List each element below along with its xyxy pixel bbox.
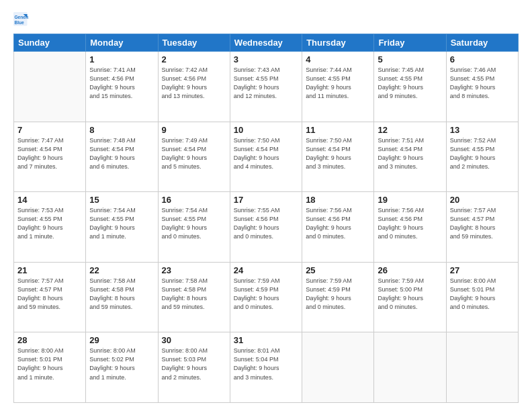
weekday-header-saturday: Saturday bbox=[446, 34, 518, 52]
day-number: 11 bbox=[306, 125, 370, 135]
day-number: 21 bbox=[17, 265, 82, 275]
day-cell: 2Sunrise: 7:42 AM Sunset: 4:56 PM Daylig… bbox=[158, 52, 230, 122]
day-cell: 22Sunrise: 7:58 AM Sunset: 4:58 PM Dayli… bbox=[86, 262, 158, 332]
day-info: Sunrise: 7:49 AM Sunset: 4:54 PM Dayligh… bbox=[162, 136, 226, 171]
day-cell: 26Sunrise: 7:59 AM Sunset: 5:00 PM Dayli… bbox=[374, 262, 446, 332]
week-row-1: 1Sunrise: 7:41 AM Sunset: 4:56 PM Daylig… bbox=[14, 52, 519, 122]
day-cell: 4Sunrise: 7:44 AM Sunset: 4:55 PM Daylig… bbox=[302, 52, 374, 122]
day-cell bbox=[446, 332, 518, 403]
day-info: Sunrise: 8:01 AM Sunset: 5:04 PM Dayligh… bbox=[234, 347, 298, 381]
day-cell: 1Sunrise: 7:41 AM Sunset: 4:56 PM Daylig… bbox=[86, 52, 158, 122]
day-cell: 11Sunrise: 7:50 AM Sunset: 4:54 PM Dayli… bbox=[302, 122, 374, 192]
day-info: Sunrise: 8:00 AM Sunset: 5:01 PM Dayligh… bbox=[450, 277, 515, 312]
day-number: 2 bbox=[162, 54, 226, 64]
day-cell: 27Sunrise: 8:00 AM Sunset: 5:01 PM Dayli… bbox=[446, 262, 518, 332]
day-number: 24 bbox=[234, 265, 298, 275]
week-row-5: 28Sunrise: 8:00 AM Sunset: 5:01 PM Dayli… bbox=[14, 332, 519, 403]
day-number: 10 bbox=[234, 125, 298, 135]
day-cell: 14Sunrise: 7:53 AM Sunset: 4:55 PM Dayli… bbox=[14, 192, 86, 263]
logo-icon: General Blue bbox=[13, 12, 28, 27]
day-info: Sunrise: 7:54 AM Sunset: 4:55 PM Dayligh… bbox=[162, 206, 226, 241]
day-number: 17 bbox=[234, 195, 298, 205]
day-info: Sunrise: 7:56 AM Sunset: 4:56 PM Dayligh… bbox=[306, 206, 370, 241]
day-cell: 30Sunrise: 8:00 AM Sunset: 5:03 PM Dayli… bbox=[158, 332, 230, 403]
day-number: 9 bbox=[162, 125, 226, 135]
day-cell: 23Sunrise: 7:58 AM Sunset: 4:58 PM Dayli… bbox=[158, 262, 230, 332]
day-number: 5 bbox=[378, 54, 442, 64]
day-number: 4 bbox=[306, 54, 370, 64]
weekday-header-wednesday: Wednesday bbox=[230, 34, 302, 52]
day-info: Sunrise: 7:51 AM Sunset: 4:54 PM Dayligh… bbox=[378, 136, 442, 171]
day-number: 16 bbox=[162, 195, 226, 205]
day-info: Sunrise: 7:57 AM Sunset: 4:57 PM Dayligh… bbox=[450, 206, 515, 241]
day-info: Sunrise: 7:56 AM Sunset: 4:56 PM Dayligh… bbox=[378, 206, 442, 241]
day-info: Sunrise: 7:58 AM Sunset: 4:58 PM Dayligh… bbox=[89, 277, 154, 312]
weekday-header-friday: Friday bbox=[374, 34, 446, 52]
day-number: 8 bbox=[89, 125, 154, 135]
day-number: 7 bbox=[17, 125, 82, 135]
day-number: 3 bbox=[234, 54, 298, 64]
day-cell: 24Sunrise: 7:59 AM Sunset: 4:59 PM Dayli… bbox=[230, 262, 302, 332]
day-cell: 6Sunrise: 7:46 AM Sunset: 4:55 PM Daylig… bbox=[446, 52, 518, 122]
day-cell: 12Sunrise: 7:51 AM Sunset: 4:54 PM Dayli… bbox=[374, 122, 446, 192]
day-number: 27 bbox=[450, 265, 515, 275]
weekday-header-thursday: Thursday bbox=[302, 34, 374, 52]
day-cell: 5Sunrise: 7:45 AM Sunset: 4:55 PM Daylig… bbox=[374, 52, 446, 122]
day-info: Sunrise: 7:43 AM Sunset: 4:55 PM Dayligh… bbox=[234, 66, 298, 101]
day-cell: 19Sunrise: 7:56 AM Sunset: 4:56 PM Dayli… bbox=[374, 192, 446, 263]
day-cell: 16Sunrise: 7:54 AM Sunset: 4:55 PM Dayli… bbox=[158, 192, 230, 263]
day-cell: 7Sunrise: 7:47 AM Sunset: 4:54 PM Daylig… bbox=[14, 122, 86, 192]
day-number: 23 bbox=[162, 265, 226, 275]
day-number: 18 bbox=[306, 195, 370, 205]
day-info: Sunrise: 7:59 AM Sunset: 5:00 PM Dayligh… bbox=[378, 277, 442, 312]
day-info: Sunrise: 7:54 AM Sunset: 4:55 PM Dayligh… bbox=[89, 206, 154, 241]
day-cell: 13Sunrise: 7:52 AM Sunset: 4:55 PM Dayli… bbox=[446, 122, 518, 192]
day-cell: 20Sunrise: 7:57 AM Sunset: 4:57 PM Dayli… bbox=[446, 192, 518, 263]
day-cell: 25Sunrise: 7:59 AM Sunset: 4:59 PM Dayli… bbox=[302, 262, 374, 332]
day-info: Sunrise: 7:45 AM Sunset: 4:55 PM Dayligh… bbox=[378, 66, 442, 101]
day-info: Sunrise: 7:52 AM Sunset: 4:55 PM Dayligh… bbox=[450, 136, 515, 171]
day-info: Sunrise: 7:48 AM Sunset: 4:54 PM Dayligh… bbox=[89, 136, 154, 171]
weekday-header-monday: Monday bbox=[86, 34, 158, 52]
day-info: Sunrise: 7:57 AM Sunset: 4:57 PM Dayligh… bbox=[17, 277, 82, 312]
logo: General Blue bbox=[13, 12, 28, 27]
day-cell: 29Sunrise: 8:00 AM Sunset: 5:02 PM Dayli… bbox=[86, 332, 158, 403]
day-number: 14 bbox=[17, 195, 82, 205]
day-info: Sunrise: 7:41 AM Sunset: 4:56 PM Dayligh… bbox=[89, 66, 154, 101]
calendar: SundayMondayTuesdayWednesdayThursdayFrid… bbox=[13, 34, 519, 403]
day-cell: 8Sunrise: 7:48 AM Sunset: 4:54 PM Daylig… bbox=[86, 122, 158, 192]
day-cell: 28Sunrise: 8:00 AM Sunset: 5:01 PM Dayli… bbox=[14, 332, 86, 403]
day-number: 6 bbox=[450, 54, 515, 64]
day-number: 20 bbox=[450, 195, 515, 205]
day-number: 31 bbox=[234, 335, 298, 345]
day-info: Sunrise: 7:50 AM Sunset: 4:54 PM Dayligh… bbox=[306, 136, 370, 171]
day-cell: 9Sunrise: 7:49 AM Sunset: 4:54 PM Daylig… bbox=[158, 122, 230, 192]
day-info: Sunrise: 7:47 AM Sunset: 4:54 PM Dayligh… bbox=[17, 136, 82, 171]
day-number: 29 bbox=[89, 335, 154, 345]
day-info: Sunrise: 7:59 AM Sunset: 4:59 PM Dayligh… bbox=[306, 277, 370, 312]
day-number: 30 bbox=[162, 335, 226, 345]
day-number: 25 bbox=[306, 265, 370, 275]
day-info: Sunrise: 7:58 AM Sunset: 4:58 PM Dayligh… bbox=[162, 277, 226, 312]
header: General Blue bbox=[13, 12, 519, 27]
day-number: 13 bbox=[450, 125, 515, 135]
day-cell: 17Sunrise: 7:55 AM Sunset: 4:56 PM Dayli… bbox=[230, 192, 302, 263]
day-cell: 18Sunrise: 7:56 AM Sunset: 4:56 PM Dayli… bbox=[302, 192, 374, 263]
day-info: Sunrise: 7:46 AM Sunset: 4:55 PM Dayligh… bbox=[450, 66, 515, 101]
svg-text:Blue: Blue bbox=[14, 20, 24, 25]
day-cell bbox=[374, 332, 446, 403]
day-info: Sunrise: 7:50 AM Sunset: 4:54 PM Dayligh… bbox=[234, 136, 298, 171]
day-info: Sunrise: 8:00 AM Sunset: 5:02 PM Dayligh… bbox=[89, 347, 154, 381]
week-row-4: 21Sunrise: 7:57 AM Sunset: 4:57 PM Dayli… bbox=[14, 262, 519, 332]
day-cell: 10Sunrise: 7:50 AM Sunset: 4:54 PM Dayli… bbox=[230, 122, 302, 192]
day-number: 26 bbox=[378, 265, 442, 275]
day-cell bbox=[14, 52, 86, 122]
day-info: Sunrise: 7:53 AM Sunset: 4:55 PM Dayligh… bbox=[17, 206, 82, 241]
week-row-2: 7Sunrise: 7:47 AM Sunset: 4:54 PM Daylig… bbox=[14, 122, 519, 192]
weekday-header-sunday: Sunday bbox=[14, 34, 86, 52]
day-number: 22 bbox=[89, 265, 154, 275]
day-number: 19 bbox=[378, 195, 442, 205]
day-info: Sunrise: 7:59 AM Sunset: 4:59 PM Dayligh… bbox=[234, 277, 298, 312]
day-info: Sunrise: 8:00 AM Sunset: 5:01 PM Dayligh… bbox=[17, 347, 82, 381]
day-cell: 31Sunrise: 8:01 AM Sunset: 5:04 PM Dayli… bbox=[230, 332, 302, 403]
